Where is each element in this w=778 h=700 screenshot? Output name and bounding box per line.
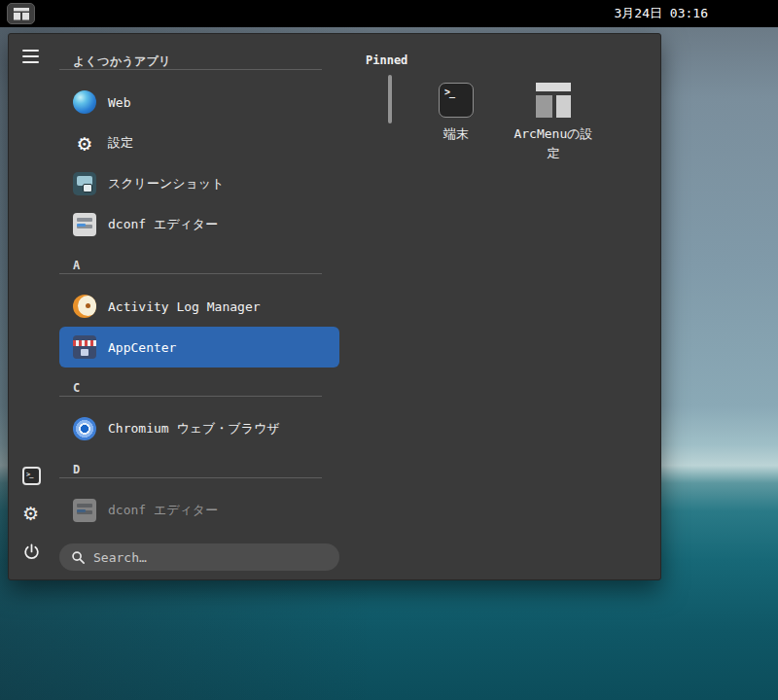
app-list: よくつかうアプリ Web 設定 スクリーンショット dconf エディター A … <box>59 34 339 579</box>
menu-left-rail: ⚙ <box>9 34 59 579</box>
app-item-label: AppCenter <box>108 340 176 355</box>
search-input[interactable] <box>93 550 328 565</box>
arcmenu-settings-icon <box>536 83 571 118</box>
pinned-section: Pinned 端末 ArcMenuの設定 <box>366 53 600 163</box>
settings-gear-icon <box>73 131 96 155</box>
app-item-settings[interactable]: 設定 <box>59 122 339 163</box>
appcenter-icon <box>73 335 96 359</box>
web-browser-icon <box>73 90 96 114</box>
panel-clock[interactable]: 3月24日 03:16 <box>615 5 708 22</box>
chromium-icon <box>73 417 96 440</box>
pinned-item-arcmenu-settings[interactable]: ArcMenuの設定 <box>507 83 600 163</box>
section-letter: C <box>73 381 81 395</box>
pinned-header: Pinned <box>366 53 600 67</box>
pinned-item-label: ArcMenuの設定 <box>513 124 594 163</box>
app-item-label: dconf エディター <box>108 502 218 519</box>
app-item-screenshot[interactable]: スクリーンショット <box>59 163 339 204</box>
app-item-dconf-editor-2[interactable]: dconf エディター <box>59 490 339 531</box>
arcmenu-panel-button[interactable] <box>7 3 35 24</box>
screenshot-icon <box>73 172 96 195</box>
pinned-items: 端末 ArcMenuの設定 <box>409 83 600 163</box>
terminal-button[interactable] <box>22 467 41 485</box>
search-bar <box>59 543 339 571</box>
terminal-icon <box>439 83 474 118</box>
activity-log-icon <box>73 295 96 318</box>
app-item-label: Web <box>108 95 130 110</box>
arcmenu-icon <box>14 8 29 20</box>
terminal-icon <box>22 467 41 485</box>
arcmenu-popup: ⚙ よくつかうアプリ Web 設定 スクリーンショット <box>8 33 661 580</box>
dconf-editor-icon <box>73 213 96 236</box>
top-panel: 3月24日 03:16 <box>0 0 778 27</box>
section-header-d: D <box>59 449 339 490</box>
section-letter: D <box>73 463 81 476</box>
section-header-frequent: よくつかうアプリ <box>59 41 339 82</box>
app-item-activity-log-manager[interactable]: Activity Log Manager <box>59 286 339 327</box>
section-header-a: A <box>59 245 339 286</box>
app-item-appcenter[interactable]: AppCenter <box>59 327 339 368</box>
power-icon <box>22 542 41 561</box>
hamburger-menu-icon[interactable] <box>22 50 59 63</box>
search-icon <box>71 550 86 565</box>
section-header-label: よくつかうアプリ <box>73 53 171 70</box>
app-item-label: dconf エディター <box>108 216 218 233</box>
settings-button[interactable]: ⚙ <box>22 505 39 523</box>
section-letter: A <box>73 259 81 272</box>
app-item-label: スクリーンショット <box>108 175 224 192</box>
pinned-item-label: 端末 <box>415 124 497 144</box>
power-button[interactable] <box>22 542 41 564</box>
app-item-web[interactable]: Web <box>59 82 339 122</box>
app-item-label: 設定 <box>108 134 133 152</box>
app-item-dconf-editor[interactable]: dconf エディター <box>59 204 339 245</box>
rail-bottom-group: ⚙ <box>22 467 59 564</box>
app-item-label: Chromium ウェブ・ブラウザ <box>108 420 280 438</box>
app-item-chromium[interactable]: Chromium ウェブ・ブラウザ <box>59 408 339 449</box>
pinned-item-terminal[interactable]: 端末 <box>409 83 503 163</box>
section-header-c: C <box>59 368 339 408</box>
settings-gear-icon: ⚙ <box>22 504 39 524</box>
app-item-label: Activity Log Manager <box>108 299 261 314</box>
dconf-editor-icon <box>73 499 96 522</box>
